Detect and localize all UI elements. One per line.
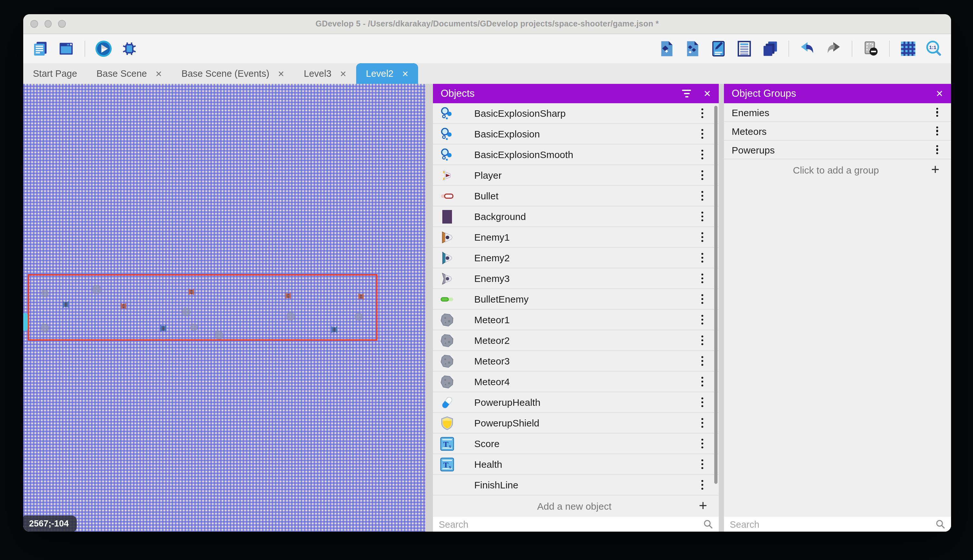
tab-start-page[interactable]: Start Page [23,63,87,84]
meteor-instance[interactable] [214,330,224,340]
object-row-powerupshield[interactable]: PowerupShield [433,413,719,433]
objects-search-input[interactable] [439,519,703,530]
object-menu-icon[interactable] [701,459,703,469]
undo-icon[interactable] [799,40,816,57]
object-row-basicexplosion[interactable]: BasicExplosion [433,124,719,145]
objects-scrollbar[interactable] [714,106,718,484]
object-menu-icon[interactable] [701,377,703,387]
object-menu-icon[interactable] [701,335,703,345]
object-menu-icon[interactable] [701,356,703,366]
meteor-instance[interactable] [190,323,198,332]
object-row-poweruphealth[interactable]: PowerupHealth [433,392,719,413]
object-groups-icon[interactable] [684,40,701,57]
object-menu-icon[interactable] [701,253,703,263]
instances-list-icon[interactable] [736,40,753,57]
object-row-player[interactable]: Player [433,165,719,186]
group-row-meteors[interactable]: Meteors [724,122,951,141]
selection-rectangle[interactable] [28,274,377,341]
maximize-window-button[interactable] [58,20,65,28]
properties-icon[interactable] [710,40,727,57]
meteor-instance[interactable] [286,312,295,321]
meteor-instance[interactable] [181,307,191,317]
object-menu-icon[interactable] [701,212,703,221]
object-row-meteor2[interactable]: Meteor2 [433,330,719,351]
finish-line-marker[interactable] [23,313,28,331]
close-tab-icon[interactable]: ✕ [402,69,409,78]
close-window-button[interactable] [30,20,38,28]
object-menu-icon[interactable] [701,480,703,490]
meteor-instance[interactable] [92,285,102,295]
object-row-meteor4[interactable]: Meteor4 [433,372,719,392]
debug-icon[interactable] [121,40,138,57]
object-row-finishline[interactable]: FinishLine [433,475,719,495]
project-manager-icon[interactable] [32,40,49,57]
object-row-basicexplosionsmooth[interactable]: BasicExplosionSmooth [433,145,719,165]
grid-icon[interactable] [900,40,917,57]
object-menu-icon[interactable] [701,273,703,283]
object-menu-icon[interactable] [701,108,703,118]
object-row-health[interactable]: TxHealth [433,454,719,475]
tab-level3[interactable]: Level3✕ [294,63,356,84]
layers-icon[interactable] [761,40,779,57]
add-new-object-button[interactable]: Add a new object + [433,495,719,516]
add-new-object-label: Add a new object [433,500,699,511]
meteor-instance[interactable] [354,312,363,321]
enemy-orange-instance[interactable] [357,292,365,301]
play-icon[interactable] [95,40,112,57]
meteor-instance[interactable] [40,323,50,333]
object-row-bulletenemy[interactable]: BulletEnemy [433,289,719,310]
object-menu-icon[interactable] [701,315,703,325]
objects-panel-close-icon[interactable]: ✕ [704,88,711,99]
object-menu-icon[interactable] [701,232,703,242]
close-tab-icon[interactable]: ✕ [340,69,347,78]
object-groups-close-icon[interactable]: ✕ [936,88,943,99]
redo-icon[interactable] [825,40,842,57]
object-row-meteor1[interactable]: Meteor1 [433,310,719,330]
add-group-button[interactable]: Click to add a group + [724,159,951,180]
tab-base-scene-events[interactable]: Base Scene (Events)✕ [172,63,294,84]
tab-base-scene[interactable]: Base Scene✕ [87,63,172,84]
meteor-instance[interactable] [41,289,49,297]
object-row-score[interactable]: TxScore [433,433,719,454]
groups-search-input[interactable] [730,519,936,530]
object-row-enemy3[interactable]: Enemy3 [433,268,719,289]
object-menu-icon[interactable] [701,439,703,448]
search-icon [936,520,945,529]
enemy-blue-instance[interactable] [330,325,338,334]
object-menu-icon[interactable] [701,170,703,180]
group-menu-icon[interactable] [936,107,938,117]
tab-level2[interactable]: Level2✕ [356,63,418,84]
object-row-meteor3[interactable]: Meteor3 [433,351,719,372]
group-row-enemies[interactable]: Enemies [724,103,951,122]
toolbar: 1:1 [23,34,951,63]
group-menu-icon[interactable] [936,126,938,136]
filter-icon[interactable] [682,90,691,97]
close-tab-icon[interactable]: ✕ [278,69,285,78]
object-row-basicexplosionsharp[interactable]: BasicExplosionSharp [433,103,719,124]
enemy-blue-instance[interactable] [159,324,167,333]
objects-list-icon[interactable] [658,40,676,57]
group-label: Enemies [732,107,936,118]
zoom-1-1-icon[interactable]: 1:1 [925,40,943,57]
object-menu-icon[interactable] [701,294,703,304]
window-mask-icon[interactable] [862,40,880,57]
object-row-enemy1[interactable]: Enemy1 [433,227,719,248]
group-menu-icon[interactable] [936,145,938,155]
group-row-powerups[interactable]: Powerups [724,141,951,159]
enemy-blue-instance[interactable] [62,300,70,309]
object-menu-icon[interactable] [701,150,703,159]
object-menu-icon[interactable] [701,397,703,407]
object-row-background[interactable]: Background [433,207,719,227]
minimize-window-button[interactable] [44,20,52,28]
object-menu-icon[interactable] [701,191,703,201]
enemy-orange-instance[interactable] [188,288,195,296]
object-menu-icon[interactable] [701,129,703,139]
scene-canvas[interactable]: 2567;-104 [23,84,425,532]
object-menu-icon[interactable] [701,418,703,428]
object-row-enemy2[interactable]: Enemy2 [433,248,719,268]
enemy-orange-instance[interactable] [120,302,127,310]
close-tab-icon[interactable]: ✕ [155,69,162,78]
scene-window-icon[interactable] [57,40,75,57]
enemy-orange-instance[interactable] [285,292,292,300]
object-row-bullet[interactable]: Bullet [433,186,719,207]
